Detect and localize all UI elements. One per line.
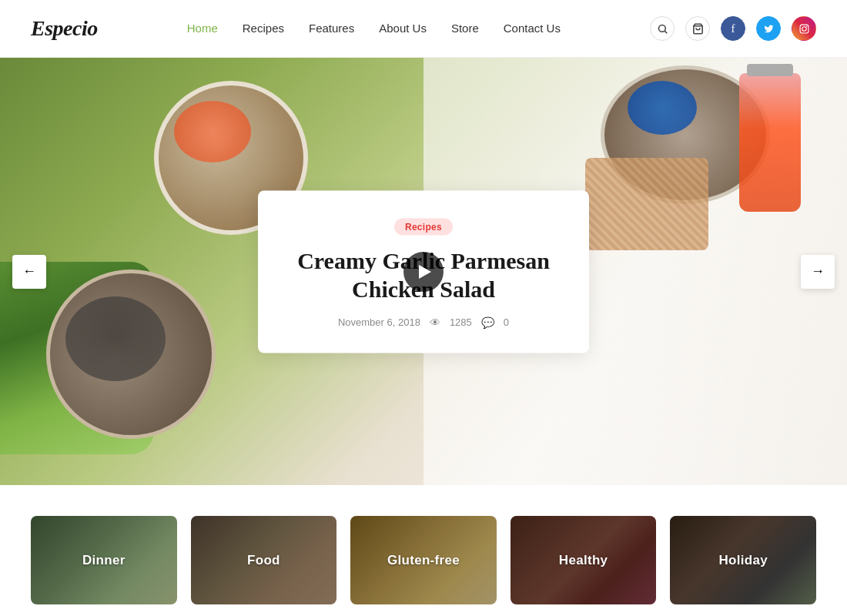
nav-contact[interactable]: Contact Us — [504, 22, 561, 35]
svg-point-5 — [805, 25, 807, 27]
svg-rect-3 — [800, 25, 808, 33]
categories-grid: Dinner Food Gluten-free Healthy Holiday — [31, 516, 816, 604]
nav-recipes[interactable]: Recipes — [243, 22, 284, 35]
hero-views: 1285 — [450, 316, 472, 328]
category-dinner[interactable]: Dinner — [31, 516, 177, 604]
nav-store[interactable]: Store — [451, 22, 479, 35]
category-glutenfree-overlay: Gluten-free — [350, 516, 497, 604]
categories-section: Dinner Food Gluten-free Healthy Holiday — [0, 485, 847, 616]
cart-icon[interactable] — [685, 16, 710, 41]
category-dinner-label: Dinner — [82, 553, 126, 568]
recipes-badge[interactable]: Recipes — [394, 218, 453, 235]
category-healthy-overlay: Healthy — [511, 516, 657, 604]
category-glutenfree-label: Gluten-free — [387, 553, 460, 568]
brand-logo[interactable]: Especio — [31, 16, 98, 41]
nav-features[interactable]: Features — [309, 22, 354, 35]
category-food[interactable]: Food — [191, 516, 337, 604]
category-food-overlay: Food — [191, 516, 337, 604]
hero-comments: 0 — [504, 316, 509, 328]
twitter-icon[interactable] — [756, 16, 781, 41]
nav-about[interactable]: About Us — [379, 22, 427, 35]
views-icon: 👁 — [430, 316, 440, 328]
category-holiday[interactable]: Holiday — [670, 516, 816, 604]
instagram-icon[interactable] — [792, 16, 816, 41]
category-holiday-label: Holiday — [718, 553, 768, 568]
navigation: Especio Home Recipes Features About Us S… — [0, 0, 847, 58]
category-food-label: Food — [247, 553, 280, 568]
comments-icon: 💬 — [481, 316, 494, 328]
category-glutenfree[interactable]: Gluten-free — [350, 516, 497, 604]
search-icon[interactable] — [650, 16, 675, 41]
category-healthy-label: Healthy — [559, 553, 608, 568]
svg-line-1 — [665, 31, 667, 33]
facebook-icon[interactable]: f — [721, 16, 745, 41]
prev-slide-button[interactable]: ← — [12, 255, 46, 289]
nav-home[interactable]: Home — [187, 22, 218, 35]
next-slide-button[interactable]: → — [801, 255, 835, 289]
category-holiday-overlay: Holiday — [670, 516, 816, 604]
hero-meta: November 6, 2018 👁 1285 💬 0 — [295, 316, 552, 328]
nav-links: Home Recipes Features About Us Store Con… — [187, 22, 561, 35]
hero-section: ← → Recipes Creamy Garlic Parmesan Chick… — [0, 58, 847, 485]
play-button[interactable] — [403, 252, 444, 292]
category-dinner-overlay: Dinner — [31, 516, 177, 604]
hero-date: November 6, 2018 — [338, 316, 420, 328]
category-healthy[interactable]: Healthy — [511, 516, 657, 604]
svg-point-0 — [658, 25, 665, 32]
svg-point-4 — [802, 26, 805, 30]
nav-actions: f — [650, 16, 816, 41]
